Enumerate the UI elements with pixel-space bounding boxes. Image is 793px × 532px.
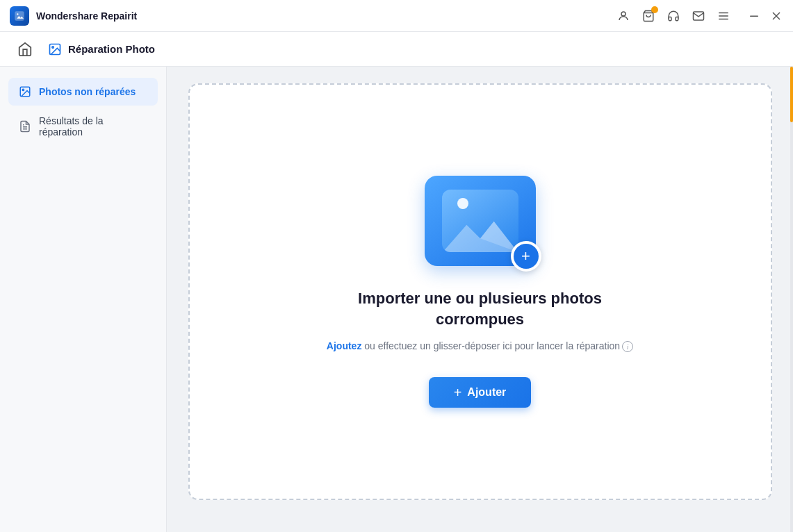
svg-rect-7	[750, 15, 758, 17]
results-label: Résultats de la réparation	[39, 115, 148, 138]
photo-mountain-svg	[442, 215, 518, 252]
results-icon	[18, 119, 32, 133]
nav-bar: Réparation Photo	[0, 32, 793, 67]
mail-icon[interactable]	[692, 9, 705, 23]
photo-repair-nav-icon	[47, 42, 63, 57]
unrepaired-icon	[18, 85, 32, 99]
scrollbar-track	[790, 67, 793, 532]
drop-subtitle-rest: ou effectuez un glisser-déposer ici pour…	[361, 340, 620, 351]
add-photo-plus: +	[514, 244, 539, 269]
unrepaired-label: Photos non réparées	[39, 86, 136, 97]
svg-point-1	[17, 13, 18, 15]
drop-subtitle: Ajoutez ou effectuez un glisser-déposer …	[327, 340, 633, 352]
user-icon[interactable]	[616, 9, 630, 23]
sidebar-item-unrepaired[interactable]: Photos non réparées	[8, 78, 158, 106]
info-icon[interactable]: i	[622, 341, 633, 352]
drop-title-line2: corrompues	[436, 310, 524, 328]
title-bar: Wondershare Repairit	[0, 0, 793, 32]
add-button[interactable]: + Ajouter	[429, 377, 532, 408]
photo-upload-icon: +	[425, 176, 536, 266]
sidebar-item-results[interactable]: Résultats de la réparation	[8, 108, 158, 144]
drop-title-line1: Importer une ou plusieurs photos	[358, 290, 602, 307]
drop-zone[interactable]: + Importer une ou plusieurs photos corro…	[188, 83, 772, 500]
content-area: + Importer une ou plusieurs photos corro…	[167, 67, 793, 532]
close-button[interactable]	[769, 9, 783, 23]
home-button[interactable]	[14, 38, 36, 60]
add-photo-badge: +	[511, 241, 541, 272]
cart-icon[interactable]	[641, 9, 655, 23]
sidebar: Photos non réparées Résultats de la répa…	[0, 67, 167, 532]
nav-section: Réparation Photo	[47, 42, 155, 57]
headset-icon[interactable]	[667, 9, 680, 23]
photo-icon-inner	[442, 190, 518, 252]
svg-rect-0	[15, 11, 24, 21]
logo-icon	[13, 10, 26, 22]
svg-point-13	[22, 89, 24, 90]
titlebar-actions	[616, 9, 783, 23]
add-button-plus: +	[454, 385, 462, 399]
add-button-label: Ajouter	[467, 386, 506, 399]
app-logo	[10, 6, 29, 26]
window-controls	[747, 9, 783, 23]
minimize-button[interactable]	[747, 9, 761, 23]
svg-point-2	[621, 12, 626, 16]
main-layout: Photos non réparées Résultats de la répa…	[0, 67, 793, 532]
photo-sun	[457, 198, 468, 209]
svg-point-11	[52, 46, 54, 48]
nav-section-title: Réparation Photo	[68, 43, 155, 55]
cart-badge	[651, 6, 658, 13]
drop-title: Importer une ou plusieurs photos corromp…	[358, 288, 602, 331]
menu-icon[interactable]	[717, 9, 730, 23]
app-name: Wondershare Repairit	[36, 10, 616, 22]
drop-subtitle-bold: Ajoutez	[327, 340, 362, 351]
scrollbar-thumb[interactable]	[790, 67, 793, 122]
